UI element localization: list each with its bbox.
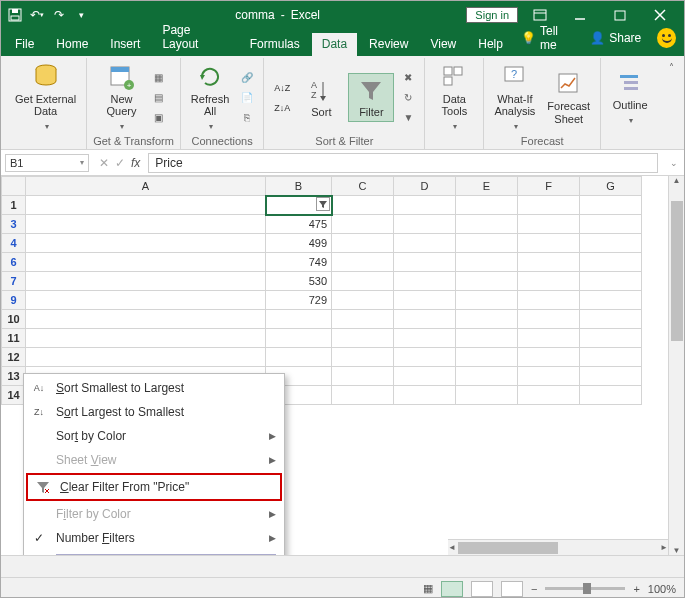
cell-D10[interactable] — [394, 310, 456, 329]
cell-E1[interactable] — [456, 196, 518, 215]
enter-formula-icon[interactable]: ✓ — [115, 156, 125, 170]
row-header-13[interactable]: 13 — [2, 367, 26, 386]
cell-D3[interactable] — [394, 215, 456, 234]
row-header-14[interactable]: 14 — [2, 386, 26, 405]
cell-B10[interactable] — [266, 310, 332, 329]
row-header-12[interactable]: 12 — [2, 348, 26, 367]
zoom-slider[interactable] — [545, 587, 625, 590]
tab-view[interactable]: View — [420, 33, 466, 56]
cell-C6[interactable] — [332, 253, 394, 272]
cell-E9[interactable] — [456, 291, 518, 310]
cm-search[interactable]: 🔍 — [56, 554, 276, 555]
cell-C1[interactable] — [332, 196, 394, 215]
cell-B4[interactable]: 499 — [266, 234, 332, 253]
fx-icon[interactable]: fx — [131, 156, 140, 170]
cell-B11[interactable] — [266, 329, 332, 348]
save-icon[interactable] — [7, 7, 23, 23]
expand-formula-icon[interactable]: ⌄ — [664, 158, 684, 168]
col-header-E[interactable]: E — [456, 177, 518, 196]
cell-A7[interactable] — [26, 272, 266, 291]
cell-G14[interactable] — [580, 386, 642, 405]
cell-A6[interactable] — [26, 253, 266, 272]
col-header-F[interactable]: F — [518, 177, 580, 196]
tab-review[interactable]: Review — [359, 33, 418, 56]
cell-A10[interactable] — [26, 310, 266, 329]
refresh-all-button[interactable]: Refresh All — [187, 61, 234, 134]
normal-view-button[interactable] — [441, 581, 463, 597]
cm-sort-asc[interactable]: A↓Sort Smallest to Largest — [24, 376, 284, 400]
zoom-level[interactable]: 100% — [648, 583, 676, 595]
zoom-out-button[interactable]: − — [531, 583, 537, 595]
data-tools-button[interactable]: Data Tools — [431, 61, 477, 134]
cell-G9[interactable] — [580, 291, 642, 310]
worksheet-grid[interactable]: ABCDEFG1347544996749753097291011121314 ▲… — [1, 176, 684, 555]
outline-button[interactable]: Outline — [607, 67, 653, 128]
cell-F13[interactable] — [518, 367, 580, 386]
cell-G6[interactable] — [580, 253, 642, 272]
cell-F10[interactable] — [518, 310, 580, 329]
new-query-button[interactable]: + New Query — [98, 61, 144, 134]
cell-A11[interactable] — [26, 329, 266, 348]
cell-G4[interactable] — [580, 234, 642, 253]
cm-number-filters[interactable]: ✓Number Filters▶ — [24, 526, 284, 550]
zoom-in-button[interactable]: + — [633, 583, 639, 595]
row-header-4[interactable]: 4 — [2, 234, 26, 253]
cell-C13[interactable] — [332, 367, 394, 386]
cell-A3[interactable] — [26, 215, 266, 234]
cell-A9[interactable] — [26, 291, 266, 310]
sort-asc-icon[interactable]: A↓Z — [270, 79, 294, 97]
cell-F9[interactable] — [518, 291, 580, 310]
row-header-11[interactable]: 11 — [2, 329, 26, 348]
reapply-icon[interactable]: ↻ — [398, 89, 418, 107]
cell-C9[interactable] — [332, 291, 394, 310]
tab-file[interactable]: File — [9, 33, 44, 56]
cell-E10[interactable] — [456, 310, 518, 329]
filter-button[interactable]: Filter — [348, 73, 394, 121]
cell-B9[interactable]: 729 — [266, 291, 332, 310]
advanced-filter-icon[interactable]: ▼ — [398, 109, 418, 127]
row-header-9[interactable]: 9 — [2, 291, 26, 310]
cell-C12[interactable] — [332, 348, 394, 367]
row-header-7[interactable]: 7 — [2, 272, 26, 291]
cancel-formula-icon[interactable]: ✕ — [99, 156, 109, 170]
cell-G13[interactable] — [580, 367, 642, 386]
formula-input[interactable]: Price — [148, 153, 658, 173]
row-header-6[interactable]: 6 — [2, 253, 26, 272]
cell-F6[interactable] — [518, 253, 580, 272]
col-header-A[interactable]: A — [26, 177, 266, 196]
cell-G7[interactable] — [580, 272, 642, 291]
cell-B1[interactable] — [266, 196, 332, 215]
cell-G11[interactable] — [580, 329, 642, 348]
cell-C7[interactable] — [332, 272, 394, 291]
cell-E3[interactable] — [456, 215, 518, 234]
cell-C14[interactable] — [332, 386, 394, 405]
cm-clear-filter[interactable]: Clear Filter From "Price" — [28, 475, 280, 499]
cell-D4[interactable] — [394, 234, 456, 253]
recent-sources-icon[interactable]: ▣ — [148, 109, 168, 127]
tab-formulas[interactable]: Formulas — [240, 33, 310, 56]
cell-E4[interactable] — [456, 234, 518, 253]
cell-A1[interactable] — [26, 196, 266, 215]
col-header-G[interactable]: G — [580, 177, 642, 196]
cell-C11[interactable] — [332, 329, 394, 348]
tab-help[interactable]: Help — [468, 33, 513, 56]
cell-D13[interactable] — [394, 367, 456, 386]
row-header-3[interactable]: 3 — [2, 215, 26, 234]
cell-E11[interactable] — [456, 329, 518, 348]
page-layout-view-button[interactable] — [471, 581, 493, 597]
cell-D6[interactable] — [394, 253, 456, 272]
collapse-ribbon-icon[interactable]: ˄ — [663, 58, 680, 149]
cell-C10[interactable] — [332, 310, 394, 329]
sort-button[interactable]: AZ Sort — [298, 74, 344, 120]
cm-sort-color[interactable]: Sort by Color▶ — [24, 424, 284, 448]
cell-D11[interactable] — [394, 329, 456, 348]
cell-G1[interactable] — [580, 196, 642, 215]
cell-B12[interactable] — [266, 348, 332, 367]
cell-E13[interactable] — [456, 367, 518, 386]
horizontal-scrollbar[interactable]: ◄► — [448, 539, 668, 555]
cell-F7[interactable] — [518, 272, 580, 291]
rec-macro-icon[interactable]: ▦ — [423, 582, 433, 595]
signin-button[interactable]: Sign in — [466, 7, 518, 23]
cell-D14[interactable] — [394, 386, 456, 405]
cell-F12[interactable] — [518, 348, 580, 367]
